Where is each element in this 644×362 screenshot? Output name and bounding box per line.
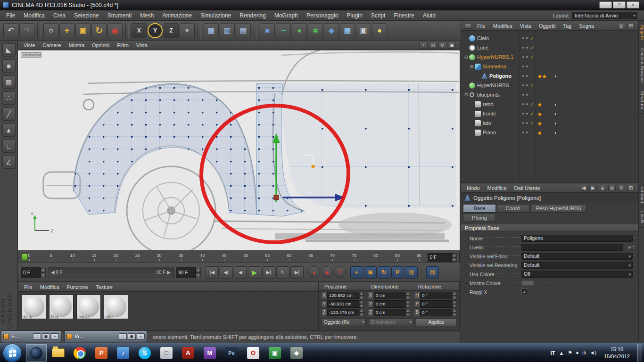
texture-mode-button[interactable]: ▦	[2, 75, 16, 89]
uvw-tag-icon[interactable]: ◑	[553, 111, 556, 116]
layout-select[interactable]: Interfaccia di Avvio	[572, 12, 637, 19]
zoom-view-icon[interactable]: ◎	[429, 41, 437, 49]
record-scale-toggle[interactable]: ▣	[364, 266, 377, 279]
object-label[interactable]: Simmetria	[483, 64, 506, 69]
texture-tag-icon[interactable]: ◆	[538, 102, 543, 107]
attribute-menu-item[interactable]: Modifica	[484, 183, 511, 193]
material-menu-item[interactable]: Texture	[92, 282, 116, 292]
tree-item-hypernurbs-1[interactable]: ⊟ HyperNURBS.1 ✓	[461, 52, 638, 62]
enabled-check-icon[interactable]: ✓	[530, 45, 534, 51]
next-element-icon[interactable]: ▶	[589, 185, 597, 191]
timeline-range-slider[interactable]: ◀ 0 F 90 F ▶	[48, 267, 174, 278]
redo-button[interactable]: ↷	[19, 23, 34, 38]
object-mode-dropdown[interactable]: Oggetto (Re	[322, 318, 366, 326]
adobe-reader-taskbar-icon[interactable]: A	[178, 344, 198, 362]
size-field[interactable]: Z0 cm▲▼	[368, 309, 411, 316]
menu-item[interactable]: Rendering	[236, 10, 270, 21]
cinema4d-taskbar-icon[interactable]	[26, 344, 47, 362]
add-hypernurbs-button[interactable]: ●	[292, 23, 307, 38]
object-manager-menu-item[interactable]: Segna	[575, 21, 598, 31]
play-button[interactable]: ▶	[248, 266, 261, 279]
visibility-dots-icon[interactable]	[522, 132, 524, 133]
show-desktop-button[interactable]	[637, 344, 642, 362]
keyframe-options-button[interactable]: ?	[334, 266, 346, 278]
visibility-dots-icon[interactable]	[522, 103, 524, 105]
next-frame-button[interactable]: ▶|	[262, 266, 275, 279]
enabled-check-icon[interactable]: ✓	[530, 35, 534, 41]
panel-side-tab[interactable]: Oggetti	[639, 21, 644, 44]
undo-button[interactable]: ↶	[3, 23, 18, 38]
model-mode-button[interactable]: ■	[2, 59, 16, 73]
visibility-dots-icon[interactable]	[522, 122, 524, 124]
clock[interactable]: 15:10 15/04/2012	[600, 346, 634, 360]
enabled-check-icon[interactable]: ✓	[530, 54, 534, 60]
object-label[interactable]: Cielo	[477, 35, 489, 41]
current-frame-field[interactable]: 0 F ▲▼	[428, 253, 457, 262]
range-start-field[interactable]: 0 F ▲▼	[21, 267, 46, 278]
menu-item[interactable]: Selezione	[70, 10, 103, 21]
menu-item[interactable]: Aiuto	[419, 10, 440, 21]
rotate-view-icon[interactable]: ↻	[438, 41, 446, 49]
language-indicator[interactable]: IT	[551, 350, 555, 356]
mini-window-vi[interactable]: Vi... □ ▣ ×	[64, 330, 147, 342]
axis-mode-button[interactable]: ∟	[2, 140, 16, 153]
lock-x-axis-button[interactable]: X	[132, 23, 147, 38]
close-button[interactable]: ×	[627, 1, 639, 8]
visibility-dots-icon[interactable]	[522, 56, 524, 58]
menu-item[interactable]: Plugin	[342, 10, 366, 21]
rotation-field[interactable]: B0 °▲▼	[414, 309, 457, 316]
viewport-menu-item[interactable]: Filtro	[113, 41, 132, 50]
visibility-dots-icon[interactable]	[522, 66, 524, 67]
attribute-tab[interactable]: Phong	[463, 214, 496, 222]
mini-window-e[interactable]: E... □ ▣ ×	[1, 330, 61, 342]
enabled-check-icon[interactable]: ✓	[530, 82, 534, 89]
attribute-control[interactable]: Default	[521, 262, 633, 269]
object-label[interactable]: Piano	[483, 130, 496, 135]
tree-item-luce[interactable]: Luce ✓	[461, 43, 638, 52]
history-icon[interactable]: 8	[618, 185, 625, 191]
pan-view-icon[interactable]: +	[420, 41, 428, 49]
record-keyframe-button[interactable]: ●	[308, 266, 320, 278]
explorer-taskbar-icon[interactable]	[48, 344, 68, 362]
media-player-taskbar-icon[interactable]: ♪	[113, 344, 133, 362]
panel-side-tab[interactable]: Content Browser	[639, 44, 644, 88]
visibility-dots-icon[interactable]	[522, 37, 524, 39]
expand-button[interactable]: ▣	[42, 333, 50, 340]
viewport-menu-item[interactable]: Vista	[132, 41, 151, 50]
attribute-tab[interactable]: Coord.	[497, 204, 530, 213]
uvw-tag-icon[interactable]: ◑	[553, 74, 556, 79]
visibility-dots-icon[interactable]	[522, 113, 524, 115]
object-label[interactable]: HyperNURBS	[477, 82, 509, 88]
filter-icon[interactable]: ▲	[599, 185, 606, 191]
panel-side-tab[interactable]: Struttura	[639, 87, 644, 114]
render-settings-button[interactable]: ▤	[236, 23, 251, 38]
play-mode-button[interactable]: ↻	[276, 266, 289, 279]
maximize-button[interactable]: □	[613, 1, 626, 8]
object-label[interactable]: retro	[483, 101, 494, 107]
polygon-mode-button[interactable]: ▲	[2, 123, 16, 137]
powerpoint-taskbar-icon[interactable]: P	[91, 344, 112, 362]
size-field[interactable]: X0 cm▲▼	[368, 292, 411, 299]
material-thumbnail[interactable]: alto	[104, 295, 128, 319]
network-icon[interactable]: ılı	[582, 350, 586, 356]
object-label[interactable]: lato	[483, 120, 491, 126]
panel-side-tab[interactable]: Livelli	[639, 207, 644, 228]
texture-tag-icon[interactable]: ◆◆	[538, 74, 547, 79]
menu-item[interactable]: Personaggio	[302, 10, 342, 21]
viewport-canvas[interactable]: Y Z Prospettiva	[18, 50, 460, 250]
apply-button[interactable]: Applica	[416, 318, 456, 326]
uvw-tag-icon[interactable]: ◑	[553, 130, 556, 135]
visibility-dots-icon[interactable]	[522, 47, 524, 49]
attribute-tab[interactable]: Base	[463, 204, 496, 213]
close-button[interactable]: ×	[137, 333, 145, 340]
attribute-control[interactable]	[521, 244, 623, 251]
chrome-taskbar-icon[interactable]	[69, 344, 90, 362]
menu-item[interactable]: Mesh	[136, 10, 158, 21]
object-label[interactable]: blueprints	[477, 92, 500, 98]
menu-item[interactable]: Modifica	[19, 10, 49, 21]
last-used-tool[interactable]: ◉	[107, 23, 123, 38]
rotation-field[interactable]: P0 °▲▼	[414, 300, 457, 308]
render-picture-viewer-button[interactable]: ▥	[220, 23, 235, 38]
close-button[interactable]: ×	[51, 333, 59, 340]
move-tool[interactable]: +	[59, 23, 74, 38]
